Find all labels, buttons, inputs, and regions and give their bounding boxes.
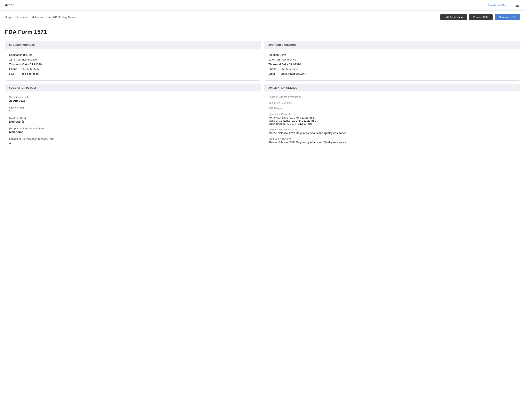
app-contents-value-2: Table of Contents (21 CFR 312.23(a)(2)) [268, 119, 516, 122]
monitor-item: Clinical Investigation Monitor Aleece No… [268, 128, 516, 135]
sep-1: › [13, 16, 14, 19]
drug-name-value: Demotanib [9, 120, 257, 123]
page-content: FDA Form 1571 SPONSOR ADDRESS Sagittariu… [0, 24, 525, 157]
indication-value: Melanoma [9, 131, 257, 134]
signatory-phone-value: 555-555-5555 [281, 67, 298, 72]
signatory-address2: Thousand Oaks CA 91320 [268, 62, 516, 67]
signatory-address1: 1176 Tourmaline Drive [268, 57, 516, 62]
signatory-phone-label: Phone [268, 67, 281, 72]
navbar: Archr Sagittarius Bio, Inc [0, 0, 525, 11]
top-bar: Drugs › Demotanib › Melanoma › Pre-IND M… [0, 11, 525, 24]
signatory-phone-row: Phone 555-555-5555 [268, 67, 516, 72]
phase-label: Phase of Clinical Investigation [268, 96, 516, 98]
monitor-label: Clinical Investigation Monitor [268, 128, 516, 131]
sponsor-fax-label: Fax [9, 72, 21, 76]
signatory-name: Stephen Benz [268, 53, 516, 57]
snomed-value: 1 [9, 141, 257, 144]
sponsor-fax-value: 555-555-5555 [21, 72, 39, 76]
application-details-header: APPLICATION DETAILS [264, 84, 520, 92]
cfr-requests-item: CFR Requests [268, 107, 516, 110]
submission-details-card: SUBMISSION DETAILS Submission Date 28 Ap… [5, 84, 261, 152]
address-block: Sagittarius Bio, Inc 1176 Tourmaline Dri… [9, 53, 257, 76]
submission-date-item: Submission Date 28 Apr 2023 [9, 96, 257, 102]
drug-name-label: Name of Drug [9, 116, 257, 120]
cfr-requests-label: CFR Requests [268, 107, 516, 110]
sep-3: › [45, 16, 46, 19]
snomed-label: SNOMED CT Indication Disease Term [9, 137, 257, 140]
ind-number-item: IND Number 1 [9, 106, 257, 113]
sponsor-address2: Thousand Oaks CA 91320 [9, 62, 257, 67]
menu-icon[interactable] [515, 3, 520, 8]
navbar-right: Sagittarius Bio, Inc [488, 3, 520, 8]
application-details-body: Phase of Clinical Investigation Submissi… [264, 92, 520, 151]
signatory-block: Stephen Benz 1176 Tourmaline Drive Thous… [268, 53, 516, 76]
indication-item: (Proposed) Indication for Use Melanoma [9, 127, 257, 134]
breadcrumb-melanoma[interactable]: Melanoma [32, 16, 44, 19]
page-title: FDA Form 1571 [5, 29, 520, 35]
breadcrumb-drugs[interactable]: Drugs [5, 16, 12, 19]
cards-grid: SPONSOR ADDRESS Sagittarius Bio, Inc 117… [5, 41, 520, 152]
app-contents-item: Application Contents Form FDA 1571 (21 C… [268, 113, 516, 125]
sponsor-name: Sagittarius Bio, Inc [9, 53, 257, 57]
indication-label: (Proposed) Indication for Use [9, 127, 257, 130]
phase-item: Phase of Clinical Investigation [268, 96, 516, 98]
signatory-email-label: Email [268, 72, 281, 76]
ind-number-value: 1 [9, 110, 257, 113]
reviewer-item: Drug Safety Reviewer Aleece Nolasco, SVP… [268, 137, 516, 144]
app-brand: Archr [5, 3, 14, 7]
sponsor-phone-row: Phone 555-555-5555 [9, 67, 257, 72]
submission-contents-item: Submission Contents [268, 101, 516, 104]
application-details-card: APPLICATION DETAILS Phase of Clinical In… [264, 84, 520, 152]
snomed-item: SNOMED CT Indication Disease Term 1 [9, 137, 257, 144]
preview-pdf-button[interactable]: Preview PDF [469, 14, 493, 20]
breadcrumb: Drugs › Demotanib › Melanoma › Pre-IND M… [5, 16, 77, 19]
reviewer-label: Drug Safety Reviewer [268, 137, 516, 140]
submission-details-header: SUBMISSION DETAILS [5, 84, 261, 92]
breadcrumb-minutes[interactable]: Pre-IND Meeting Minutes [47, 16, 77, 19]
edit-application-button[interactable]: Edit Application [440, 14, 467, 20]
sponsor-phone-value: 555-555-5555 [21, 67, 39, 72]
app-contents-value-3: Study protocol (21 CFR 312.23(a)(6)) [268, 122, 516, 125]
action-buttons: Edit Application Preview PDF Generate PD… [440, 14, 520, 20]
signatory-email-row: Email email@address.com [268, 72, 516, 76]
sponsor-signatory-header: SPONSOR SIGNATORY [264, 41, 520, 49]
sponsor-address-body: Sagittarius Bio, Inc 1176 Tourmaline Dri… [5, 49, 261, 80]
sponsor-phone-label: Phone [9, 67, 21, 72]
breadcrumb-demotanib[interactable]: Demotanib [15, 16, 28, 19]
reviewer-value: Aleece Nolasco, SVP, Regulatory Affairs … [268, 141, 516, 144]
sponsor-address1: 1176 Tourmaline Drive [9, 57, 257, 62]
signatory-email-value: email@address.com [281, 72, 306, 76]
company-name: Sagittarius Bio, Inc [488, 4, 511, 7]
sponsor-fax-row: Fax 555-555-5555 [9, 72, 257, 76]
submission-date-value: 28 Apr 2023 [9, 99, 257, 102]
submission-contents-label: Submission Contents [268, 101, 516, 104]
drug-name-item: Name of Drug Demotanib [9, 116, 257, 123]
monitor-value: Aleece Nolasco, SVP, Regulatory Affairs … [268, 131, 516, 135]
sponsor-signatory-body: Stephen Benz 1176 Tourmaline Drive Thous… [264, 49, 520, 80]
app-contents-label: Application Contents [268, 113, 516, 116]
sponsor-address-card: SPONSOR ADDRESS Sagittarius Bio, Inc 117… [5, 41, 261, 81]
sep-2: › [29, 16, 30, 19]
generate-pdf-button[interactable]: Generate PDF [495, 14, 520, 20]
app-contents-value-1: Form FDA 1571 (21 CFR 312.23(a)(1)) [268, 116, 516, 119]
ind-number-label: IND Number [9, 106, 257, 109]
sponsor-address-header: SPONSOR ADDRESS [5, 41, 261, 49]
submission-date-label: Submission Date [9, 96, 257, 99]
sponsor-signatory-card: SPONSOR SIGNATORY Stephen Benz 1176 Tour… [264, 41, 520, 81]
submission-details-body: Submission Date 28 Apr 2023 IND Number 1… [5, 92, 261, 152]
